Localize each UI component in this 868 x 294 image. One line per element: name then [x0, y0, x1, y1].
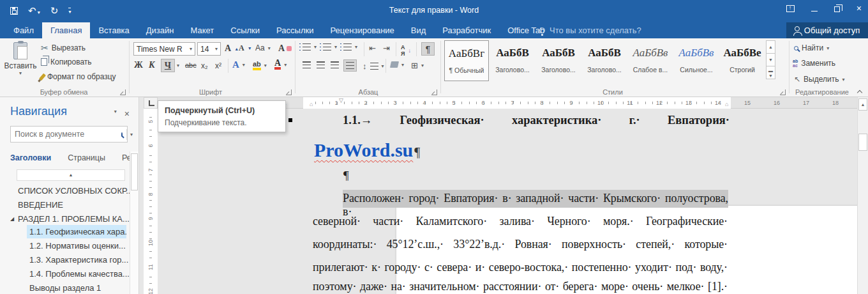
- select-button[interactable]: ↖Выделить▾: [794, 75, 844, 84]
- show-marks-button[interactable]: ¶: [421, 42, 435, 56]
- bold-button[interactable]: Ж: [134, 60, 143, 70]
- italic-button[interactable]: К: [149, 60, 155, 70]
- nav-search-input[interactable]: [11, 130, 121, 139]
- nav-pane-scrollbar[interactable]: [130, 151, 138, 294]
- align-right-button[interactable]: [331, 61, 339, 68]
- nav-close-icon[interactable]: ×: [124, 109, 130, 119]
- nav-item-1-3[interactable]: 1.3. Характеристика гор...: [0, 253, 130, 267]
- document-heading[interactable]: 1.1.→ Геофизическая· характеристика· г.·…: [343, 114, 730, 127]
- expand-triangle-icon[interactable]: ◢: [10, 212, 14, 226]
- style-intense-emphasis[interactable]: АаБбВвСильное...: [674, 40, 719, 81]
- nav-item-introduction[interactable]: ВВЕДЕНИЕ: [0, 198, 130, 212]
- highlight-color-button[interactable]: ab▾: [253, 61, 267, 70]
- nav-tab-pages[interactable]: Страницы: [68, 153, 105, 162]
- decrease-indent-button[interactable]: ⇤: [369, 43, 376, 53]
- nav-item-1-4[interactable]: 1.4. Проблемы качества...: [0, 267, 130, 281]
- text-effects-button[interactable]: А▾: [232, 59, 245, 70]
- font-color-button[interactable]: А▾: [274, 59, 287, 70]
- style-strict[interactable]: АаБбВеСтрогий: [720, 40, 765, 81]
- styles-scroll-down-icon[interactable]: ▼: [766, 53, 775, 66]
- redo-icon[interactable]: ↻: [50, 5, 59, 17]
- tab-references[interactable]: Ссылки: [222, 22, 268, 38]
- tab-design[interactable]: Дизайн: [138, 22, 183, 38]
- customize-qat-icon[interactable]: ▾: [68, 8, 71, 15]
- nav-item-abbreviations[interactable]: СПИСОК УСЛОВНЫХ СОКР...: [0, 184, 130, 197]
- document-line-2[interactable]: северной· части· Каламитского· залива· Ч…: [313, 215, 728, 228]
- tab-developer[interactable]: Разработчик: [434, 22, 499, 38]
- nav-item-1-2[interactable]: 1.2. Нормативы оценки...: [0, 239, 130, 252]
- nav-tab-headings[interactable]: Заголовки: [10, 153, 51, 162]
- scroll-up-icon[interactable]: ▲: [858, 98, 867, 111]
- styles-dialog-launcher[interactable]: [780, 89, 786, 95]
- first-line-indent-marker[interactable]: ▽: [339, 97, 343, 104]
- tab-file[interactable]: Файл: [5, 22, 42, 38]
- subscript-button[interactable]: x₂: [201, 61, 208, 70]
- nav-pane-scroll-thumb[interactable]: [131, 153, 138, 190]
- restore-icon[interactable]: [834, 6, 840, 12]
- font-size-combo[interactable]: 14▾: [197, 42, 221, 56]
- bullets-button[interactable]: ▾: [303, 43, 317, 50]
- vertical-ruler[interactable]: 56789101112: [144, 97, 158, 294]
- minimize-icon[interactable]: [811, 11, 818, 12]
- grow-font-button[interactable]: А▲: [225, 43, 239, 54]
- save-icon[interactable]: [10, 7, 18, 15]
- scroll-thumb[interactable]: [858, 134, 867, 151]
- styles-scroll-up-icon[interactable]: ▲: [766, 40, 775, 54]
- nav-collapse-all-button[interactable]: ▲: [17, 169, 125, 181]
- collapse-ribbon-icon[interactable]: [857, 90, 862, 95]
- document-logo[interactable]: ProWord.su¶: [314, 139, 420, 161]
- find-button[interactable]: Найти▾: [794, 43, 829, 52]
- replace-button[interactable]: abacЗаменить: [793, 59, 835, 68]
- nav-search-icon[interactable]: [121, 132, 123, 137]
- nav-item-section1[interactable]: ◢РАЗДЕЛ 1. ПРОБЛЕМЫ КА...: [0, 212, 130, 226]
- sort-button[interactable]: АЯ↓: [401, 44, 411, 57]
- multilevel-list-button[interactable]: ▾: [343, 43, 357, 50]
- style-subtle-emphasis[interactable]: АаБбВвСлабое в...: [628, 40, 673, 81]
- borders-button[interactable]: ⊞▾: [411, 61, 424, 70]
- document-line-3[interactable]: координаты:· 45°12’с.ш.,· 33°22’в.д.· Ро…: [313, 238, 728, 251]
- tab-insert[interactable]: Вставка: [90, 22, 137, 38]
- clear-formatting-button[interactable]: А: [278, 43, 292, 54]
- tab-stop-selector[interactable]: [144, 97, 158, 109]
- document-scrollbar[interactable]: ▲: [857, 97, 868, 294]
- style-normal[interactable]: АаБбВг¶ Обычный: [444, 40, 489, 81]
- shrink-font-button[interactable]: А▼: [239, 43, 252, 53]
- style-heading3[interactable]: АаБбВЗаголово...: [582, 40, 627, 81]
- tab-review[interactable]: Рецензирование: [322, 22, 402, 38]
- shading-button[interactable]: ▾: [391, 61, 404, 68]
- nav-search-dropdown-icon[interactable]: ▾: [126, 129, 136, 140]
- share-button[interactable]: Общий доступ: [786, 22, 868, 38]
- styles-gallery-expand-icon[interactable]: ▬▼: [766, 66, 775, 79]
- clipboard-dialog-launcher[interactable]: [120, 89, 126, 95]
- align-center-button[interactable]: [317, 61, 325, 68]
- style-heading2[interactable]: АаБбВЗаголово...: [536, 40, 581, 81]
- underline-button[interactable]: Ч: [161, 59, 175, 72]
- tab-view[interactable]: Вид: [403, 22, 435, 38]
- strikethrough-button[interactable]: abc: [185, 61, 197, 69]
- tab-home[interactable]: Главная: [42, 22, 90, 38]
- paragraph-dialog-launcher[interactable]: [431, 89, 437, 95]
- font-dialog-launcher[interactable]: [286, 89, 292, 95]
- format-painter-button[interactable]: Формат по образцу: [41, 72, 116, 81]
- tab-layout[interactable]: Макет: [182, 22, 222, 38]
- nav-options-arrow-icon[interactable]: ▾: [114, 109, 117, 119]
- text-selection[interactable]: Расположен· город· Евпатория· в· западно…: [343, 190, 728, 208]
- document-line-5[interactable]: поэтому· даже· на· значительном· расстоя…: [313, 280, 728, 294]
- justify-button[interactable]: [343, 59, 357, 72]
- logo-text[interactable]: ProWord.su: [314, 139, 413, 160]
- right-indent-marker[interactable]: ⌂: [725, 101, 728, 107]
- font-name-combo[interactable]: Times New R▾: [133, 42, 195, 56]
- copy-button[interactable]: Копировать: [41, 58, 92, 66]
- cut-button[interactable]: ✂Вырезать: [41, 43, 86, 53]
- undo-button[interactable]: ↶ ▾: [28, 5, 40, 17]
- increase-indent-button[interactable]: ⇥: [383, 43, 390, 53]
- underline-dropdown-arrow[interactable]: ▾: [177, 63, 179, 68]
- superscript-button[interactable]: x²: [215, 61, 221, 70]
- document-line-4[interactable]: прилегают· к· городу· с· севера· и· севе…: [313, 261, 728, 274]
- ribbon-display-options-icon[interactable]: [786, 5, 795, 12]
- numbering-button[interactable]: ▾: [323, 43, 337, 50]
- nav-item-1-1-selected[interactable]: 1.1. Геофизическая хара...: [27, 225, 126, 238]
- tab-mailings[interactable]: Рассылки: [268, 22, 322, 38]
- change-case-button[interactable]: Aa▾: [255, 43, 271, 52]
- paste-button[interactable]: Вставить ▾: [4, 41, 37, 87]
